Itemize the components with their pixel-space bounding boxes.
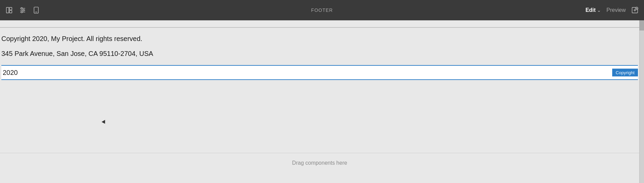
drag-placeholder-text: Drag components here: [292, 160, 347, 166]
address-line: 345 Park Avenue, San Jose, CA 95110-2704…: [1, 49, 638, 58]
year-value[interactable]: 2020: [1, 66, 638, 79]
preview-label[interactable]: Preview: [606, 7, 626, 13]
svg-point-6: [21, 7, 23, 9]
main-content: Copyright 2020, My Project. All rights r…: [0, 20, 644, 183]
scrollbar[interactable]: [639, 20, 644, 183]
device-svg: [32, 6, 40, 14]
edit-group[interactable]: Edit ⌄: [585, 7, 601, 13]
scrollbar-thumb[interactable]: [639, 20, 644, 30]
text-content-area: Copyright 2020, My Project. All rights r…: [0, 30, 639, 80]
copyright-badge: Copyright: [612, 69, 638, 77]
layout-svg: [5, 6, 13, 14]
copyright-line: Copyright 2020, My Project. All rights r…: [1, 34, 638, 43]
footer-editor: Copyright 2020, My Project. All rights r…: [0, 20, 639, 183]
toolbar: FOOTER Edit ⌄ Preview: [0, 0, 644, 20]
active-input-row[interactable]: 2020 Copyright: [1, 65, 638, 80]
add-to-page-icon[interactable]: [631, 6, 639, 14]
device-icon[interactable]: [32, 6, 40, 14]
chevron-down-icon[interactable]: ⌄: [597, 7, 601, 13]
svg-rect-1: [9, 7, 12, 10]
add-svg: [631, 6, 639, 14]
sliders-icon[interactable]: [19, 6, 26, 14]
edit-label[interactable]: Edit: [585, 7, 596, 13]
drag-components-area[interactable]: Drag components here: [0, 153, 639, 173]
svg-point-7: [23, 9, 24, 11]
sliders-svg: [19, 6, 26, 14]
top-border: [0, 27, 639, 28]
toolbar-title: FOOTER: [311, 7, 333, 13]
toolbar-right: Edit ⌄ Preview: [585, 6, 639, 14]
svg-point-8: [21, 11, 23, 13]
toolbar-left: [5, 6, 40, 14]
svg-rect-0: [6, 7, 9, 13]
layout-icon[interactable]: [5, 6, 13, 14]
svg-rect-2: [9, 11, 12, 13]
svg-rect-9: [34, 7, 39, 13]
